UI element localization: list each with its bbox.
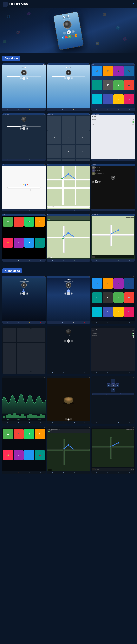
app-icon-3[interactable]: 📱	[113, 66, 124, 76]
ss-prev-2[interactable]: ⏮	[64, 77, 66, 80]
ss-social-next[interactable]: ⏭	[98, 180, 101, 183]
ss-nav-btn-back[interactable]: BACK	[106, 393, 120, 395]
ss-close-5[interactable]: ✕	[89, 114, 90, 115]
ss-nav-btn-menu[interactable]: MENU	[120, 393, 134, 395]
ss-toggle-auto-answer[interactable]	[132, 120, 134, 122]
ss-next-1[interactable]: ⏭	[26, 77, 28, 80]
ss-nav-notplaying-next[interactable]: ⏭	[133, 469, 134, 470]
app-night-icon-7[interactable]: ⚙	[113, 292, 124, 303]
app-night-icon-8[interactable]: 📷	[124, 292, 134, 303]
app-night-icon-1[interactable]: 🎵	[92, 278, 102, 289]
ss-next-2[interactable]: ⏭	[70, 77, 73, 80]
ss-waveform-preset-1[interactable]: FLAT	[7, 419, 9, 420]
ss-google-lucky-btn[interactable]: I'm Feeling Lucky	[24, 189, 30, 191]
ss-food-btn-next[interactable]: ⏭	[70, 418, 72, 420]
ss-prev-13[interactable]: ⏮	[20, 292, 22, 295]
ss-nav-arr-left[interactable]: ◀	[107, 384, 111, 387]
ss-toggle-night-auto-answer[interactable]	[132, 333, 134, 334]
ss-nav-notplaying-prev[interactable]: ⏮	[131, 469, 132, 470]
app-icon-5[interactable]: ✈	[92, 80, 102, 90]
play-button[interactable]: ⏸	[66, 30, 71, 34]
ss-bt-next[interactable]: ⏭	[26, 128, 28, 130]
ss-play-1[interactable]: ⏸	[22, 77, 26, 80]
ss-bt-night-prev[interactable]: ⏮	[64, 340, 66, 342]
call-btn-7[interactable]: 7	[47, 145, 61, 158]
ss-nav-notplaying-play[interactable]: ▶	[132, 469, 133, 470]
app-night-icon-10[interactable]: 🗂	[102, 306, 113, 317]
call-night-btn-4[interactable]: 4	[3, 343, 16, 356]
app-icon-8[interactable]: 📷	[124, 80, 134, 90]
app-icon-4[interactable]: 📞	[124, 66, 134, 76]
ss-toggle-power[interactable]	[132, 124, 134, 125]
app-icon-2[interactable]: 🎶	[102, 66, 113, 76]
cp-podcast[interactable]: 🎙	[35, 216, 45, 226]
ss-prev-14[interactable]: ⏮	[64, 292, 66, 295]
ss-waveform-preset-2[interactable]: POP	[17, 419, 20, 420]
ss-close-18[interactable]: ✕	[134, 326, 134, 328]
cp-messages[interactable]: 💬	[24, 216, 34, 226]
ss-prev-1[interactable]: ⏮	[20, 77, 22, 80]
ss-nav-btn-home[interactable]: HOME	[92, 393, 106, 395]
call-btn-3[interactable]: 3	[76, 116, 90, 130]
ss-nav-mini-next[interactable]: ⏭	[133, 256, 134, 258]
app-night-icon-bt[interactable]: BT	[102, 292, 113, 303]
ss-play-2[interactable]: ⏸	[67, 77, 70, 80]
call-night-btn-1[interactable]: 1	[3, 328, 16, 342]
cp-night-spotify[interactable]: ♪	[14, 450, 24, 460]
call-btn-9[interactable]: 9	[76, 145, 90, 158]
next-button[interactable]: ⏭	[72, 30, 75, 33]
ss-play-13[interactable]: ⏸	[22, 292, 26, 295]
ss-nav-arr-center[interactable]: ●	[111, 384, 115, 387]
ss-waveform-preset-3[interactable]: ROCK	[28, 419, 30, 420]
cp-spotify[interactable]: ♪	[14, 238, 24, 248]
ss-nav-mini-prev[interactable]: ⏮	[131, 256, 132, 258]
app-icon-bt[interactable]: BT	[102, 80, 113, 90]
call-night-btn-0[interactable]: 0	[17, 372, 31, 374]
app-night-icon-5[interactable]: ✈	[92, 292, 102, 303]
ss-toggle-night-power[interactable]	[132, 336, 134, 338]
ss-nav-mini-play[interactable]: ▶	[132, 256, 133, 258]
ss-nav-night-go-btn[interactable]: GO	[48, 431, 50, 432]
cp-night-waze[interactable]: 🚗	[35, 450, 45, 460]
ss-nav-go-btn[interactable]: GO	[48, 219, 50, 220]
ss-toggle-auto-connect[interactable]	[132, 122, 134, 123]
nav-icon[interactable]: ≡	[133, 2, 134, 6]
ss-social-prev[interactable]: ⏮	[92, 180, 94, 183]
ss-close-6[interactable]: ✕	[134, 114, 134, 115]
app-icon-11[interactable]: ⭐	[113, 94, 124, 104]
app-night-icon-4[interactable]: 📞	[124, 278, 134, 289]
ss-food-btn-play[interactable]: ▶	[67, 418, 70, 420]
prev-button[interactable]: ⏮	[63, 32, 66, 35]
call-btn-4[interactable]: 4	[47, 130, 61, 144]
call-btn-hash[interactable]: #	[76, 159, 90, 162]
call-night-btn-2[interactable]: 2	[17, 328, 31, 342]
ss-close-17[interactable]: ✕	[89, 326, 90, 328]
ss-close-16[interactable]: ✕	[44, 326, 45, 328]
cp-night-messages[interactable]: 💬	[24, 429, 34, 439]
cp-night-radio[interactable]: 📻	[3, 450, 13, 460]
ss-nav-arr-up[interactable]: ▲	[111, 379, 115, 383]
ss-bt-play[interactable]: ⏸	[22, 127, 26, 130]
ss-bt-prev[interactable]: ⏮	[20, 128, 22, 130]
ss-toggle-night-auto-connect[interactable]	[132, 335, 134, 336]
ss-food-btn-prev[interactable]: ⏮	[65, 418, 67, 420]
app-icon-9[interactable]: 🌐	[92, 94, 102, 104]
ss-bt-night-play[interactable]: ⏸	[67, 340, 70, 342]
call-night-btn-7[interactable]: 7	[3, 357, 16, 371]
call-btn-star[interactable]: *	[47, 159, 61, 162]
app-night-icon-9[interactable]: 🌐	[92, 306, 102, 317]
app-icon-12[interactable]: 🔧	[124, 94, 134, 104]
app-icon-10[interactable]: 🗂	[102, 94, 113, 104]
ss-bt-night-next[interactable]: ⏭	[70, 340, 73, 342]
app-night-icon-2[interactable]: 🎶	[102, 278, 113, 289]
app-night-icon-3[interactable]: 📱	[113, 278, 124, 289]
call-btn-5[interactable]: 5	[62, 130, 75, 144]
cp-phone[interactable]: ☎	[3, 216, 13, 226]
call-night-btn-6[interactable]: 6	[31, 343, 45, 356]
call-night-btn-9[interactable]: 9	[31, 357, 45, 371]
cp-radio[interactable]: 📻	[3, 238, 13, 248]
call-night-btn-hash[interactable]: #	[31, 372, 45, 374]
cp-night-phone[interactable]: ☎	[3, 429, 13, 439]
call-btn-6[interactable]: 6	[76, 130, 90, 144]
ss-social-play[interactable]: ⏸	[95, 180, 98, 183]
